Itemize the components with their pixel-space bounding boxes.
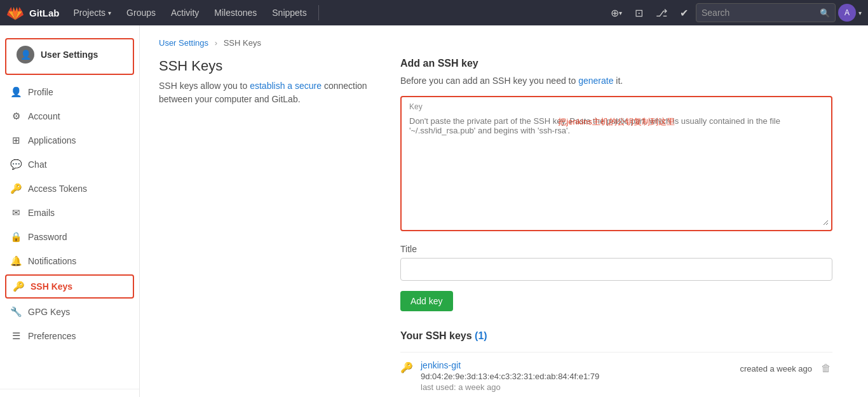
logo[interactable]: GitLab [6, 4, 60, 22]
delete-key-button[interactable]: 🗑 [820, 361, 832, 375]
establish-link[interactable]: establish a secure [250, 81, 322, 91]
nav-milestones[interactable]: Milestones [207, 0, 264, 25]
ssh-key-created: created a week ago [740, 364, 813, 373]
key-textarea[interactable] [404, 111, 829, 225]
user-avatar-button[interactable]: A [838, 4, 856, 22]
token-icon: 🔑 [10, 183, 22, 194]
key-box: Key 把jenkins主机的公钥复制到这里 [400, 96, 832, 231]
sidebar-nav: 👤 Profile ⚙ Account ⊞ Applications 💬 Cha… [0, 80, 139, 348]
right-panel: Add an SSH key Before you can add an SSH… [400, 58, 832, 397]
projects-arrow-icon: ▾ [108, 10, 111, 17]
nav-right: ⊕ ▾ ⊡ ⎇ ✔ 🔍 A ▾ [606, 0, 862, 25]
sidebar-item-label: SSH Keys [31, 281, 72, 292]
nav-snippets[interactable]: Snippets [264, 0, 314, 25]
breadcrumb-separator: › [215, 38, 217, 48]
sidebar-item-label: Chat [28, 159, 47, 170]
user-icon: 👤 [17, 46, 34, 64]
page-title: SSH Keys [159, 58, 375, 74]
plus-arrow-icon: ▾ [619, 10, 622, 17]
ssh-key-details: jenkins-git 9d:04:2e:9e:3d:13:e4:c3:32:3… [421, 360, 733, 392]
sidebar-item-label: Notifications [28, 256, 76, 266]
delete-icon: 🗑 [821, 363, 831, 373]
breadcrumb-current: SSH Keys [224, 38, 261, 48]
page-description: SSH keys allow you to establish a secure… [159, 79, 375, 106]
profile-icon: 👤 [10, 86, 22, 98]
chat-icon: 💬 [10, 159, 22, 170]
main-grid: SSH Keys SSH keys allow you to establish… [159, 58, 849, 397]
sidebar-item-label: Preferences [28, 331, 76, 341]
sidebar-title: User Settings [41, 50, 98, 60]
title-label: Title [400, 244, 832, 254]
sidebar-item-emails[interactable]: ✉ Emails [0, 201, 139, 225]
sidebar-item-profile[interactable]: 👤 Profile [0, 80, 139, 104]
add-key-button[interactable]: Add key [400, 291, 453, 311]
notifications-icon: 🔔 [10, 255, 22, 267]
sidebar-item-notifications[interactable]: 🔔 Notifications [0, 249, 139, 273]
sidebar-item-password[interactable]: 🔒 Password [0, 225, 139, 249]
sidebar-item-label: Access Tokens [28, 184, 87, 194]
sidebar-header: 👤 User Settings [5, 38, 134, 75]
key-label: Key [404, 100, 829, 111]
sidebar-item-access-tokens[interactable]: 🔑 Access Tokens [0, 177, 139, 201]
ssh-keys-heading: Your SSH keys (1) [400, 330, 832, 342]
sidebar-item-chat[interactable]: 💬 Chat [0, 152, 139, 177]
merge-icon: ⎇ [656, 7, 667, 19]
plus-icon: ⊕ [611, 7, 619, 19]
nav-divider [318, 5, 319, 20]
sidebar-item-account[interactable]: ⚙ Account [0, 104, 139, 128]
sidebar-item-label: Applications [28, 135, 76, 145]
add-key-title: Add an SSH key [400, 58, 832, 69]
left-section: SSH Keys SSH keys allow you to establish… [159, 58, 375, 397]
main-layout: 👤 User Settings 👤 Profile ⚙ Account ⊞ Ap… [0, 25, 868, 397]
sidebar-item-gpg-keys[interactable]: 🔧 GPG Keys [0, 300, 139, 324]
check-icon: ✔ [680, 7, 688, 19]
gitlab-logo-icon [6, 4, 24, 22]
sidebar-item-label: Emails [28, 208, 55, 218]
nav-items: Projects ▾ Groups Activity Milestones Sn… [66, 0, 315, 25]
search-input[interactable] [702, 8, 820, 18]
sidebar-item-label: Account [28, 111, 60, 121]
applications-icon: ⊞ [10, 135, 22, 146]
sidebar-item-ssh-keys[interactable]: 🔑 SSH Keys [5, 274, 134, 299]
search-box[interactable]: 🔍 [696, 3, 836, 22]
sidebar-item-label: Password [28, 232, 67, 242]
new-item-button[interactable]: ⊕ ▾ [606, 0, 627, 25]
top-navigation: GitLab Projects ▾ Groups Activity Milest… [0, 0, 868, 25]
nav-projects[interactable]: Projects ▾ [66, 0, 119, 25]
account-icon: ⚙ [10, 111, 22, 122]
ssh-key-name-link[interactable]: jenkins-git [421, 360, 461, 370]
ssh-key-icon: 🔑 [13, 281, 24, 292]
preferences-icon: ☰ [10, 330, 22, 342]
generate-link[interactable]: generate [578, 76, 613, 86]
issues-icon: ⊡ [635, 7, 643, 19]
main-content: User Settings › SSH Keys SSH Keys SSH ke… [140, 25, 868, 397]
ssh-key-fingerprint: 9d:04:2e:9e:3d:13:e4:c3:32:31:ed:ab:84:4… [421, 372, 733, 381]
avatar-dropdown-icon[interactable]: ▾ [858, 10, 862, 17]
ssh-key-item: 🔑 jenkins-git 9d:04:2e:9e:3d:13:e4:c3:32… [400, 352, 832, 397]
search-icon: 🔍 [820, 8, 830, 18]
gpg-icon: 🔧 [10, 306, 22, 318]
ssh-key-last-used: last used: a week ago [421, 382, 733, 392]
email-icon: ✉ [10, 207, 22, 219]
sidebar-item-label: Profile [28, 87, 53, 97]
nav-activity[interactable]: Activity [163, 0, 207, 25]
password-icon: 🔒 [10, 231, 22, 243]
title-input[interactable] [400, 258, 832, 281]
logo-text: GitLab [29, 8, 60, 18]
sidebar-item-label: GPG Keys [28, 307, 70, 317]
issues-button[interactable]: ⊡ [630, 0, 648, 25]
breadcrumb-parent-link[interactable]: User Settings [159, 38, 208, 48]
todos-button[interactable]: ✔ [675, 0, 693, 25]
merge-requests-button[interactable]: ⎇ [651, 0, 672, 25]
sidebar-item-applications[interactable]: ⊞ Applications [0, 128, 139, 152]
add-key-description: Before you can add an SSH key you need t… [400, 76, 832, 86]
sidebar-item-preferences[interactable]: ☰ Preferences [0, 324, 139, 348]
nav-groups[interactable]: Groups [119, 0, 163, 25]
breadcrumb: User Settings › SSH Keys [159, 38, 849, 48]
collapse-sidebar-button[interactable]: « Collapse sidebar [0, 389, 139, 397]
sidebar: 👤 User Settings 👤 Profile ⚙ Account ⊞ Ap… [0, 25, 140, 397]
ssh-key-actions: created a week ago 🗑 [740, 360, 833, 375]
ssh-key-item-icon: 🔑 [400, 360, 413, 373]
